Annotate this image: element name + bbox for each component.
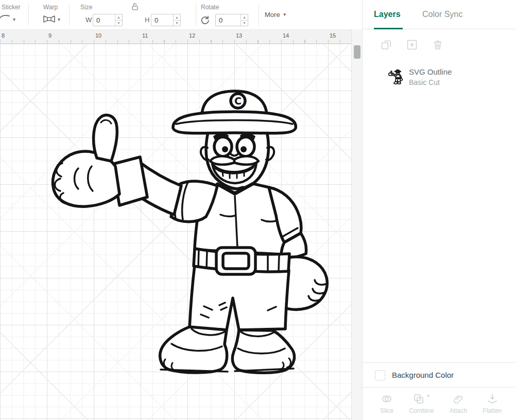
background-color-swatch[interactable] (375, 370, 385, 380)
height-input-box: ▲ ▼ (151, 14, 181, 26)
height-stepper[interactable]: ▲ ▼ (173, 14, 180, 26)
vertical-scrollbar[interactable] (351, 29, 362, 420)
design-canvas[interactable]: C (0, 44, 351, 420)
toolbar-divider (259, 3, 259, 26)
tab-color-sync[interactable]: Color Sync (422, 10, 462, 19)
toolbar-divider (196, 3, 196, 26)
caret-down-icon: ▼ (283, 12, 287, 17)
size-section-label: Size (80, 4, 92, 11)
duplicate-button[interactable] (406, 39, 418, 51)
scrollbar-thumb[interactable] (354, 45, 360, 59)
stepper-up-icon[interactable]: ▲ (115, 14, 122, 21)
warp-tool-button[interactable]: ▾ (42, 14, 60, 24)
ruler-tick-label: 13 (236, 32, 242, 39)
height-input[interactable] (151, 14, 173, 26)
more-button-label: More (265, 11, 280, 19)
sticker-icon (0, 14, 11, 24)
height-field-label: H (145, 16, 149, 24)
slice-button[interactable]: Slice (380, 393, 393, 420)
ruler-tick-label: 10 (95, 32, 101, 39)
top-toolbar: Sticker ▾ Warp ▾ Size W ▲ ▼ (0, 0, 362, 29)
width-field-label: W (85, 16, 92, 24)
warp-section-label: Warp (43, 4, 58, 11)
caret-down-icon: ▾ (13, 16, 15, 22)
hat-letter: C (234, 95, 242, 107)
rotate-input[interactable] (216, 14, 241, 26)
tab-layers[interactable]: Layers (374, 10, 401, 19)
ruler-tick-label: 8 (2, 32, 5, 39)
combine-label: Combine (409, 407, 434, 414)
attach-label: Attach (450, 407, 467, 414)
rotate-icon (200, 15, 210, 25)
group-icon (380, 39, 392, 51)
layer-thumbnail (388, 69, 403, 84)
rotate-stepper[interactable]: ▲ ▼ (241, 14, 248, 26)
rotate-tool-button[interactable] (200, 15, 210, 25)
attach-icon (452, 393, 465, 405)
stepper-up-icon[interactable]: ▲ (174, 14, 180, 21)
canvas-object-mascot[interactable]: C (46, 85, 335, 383)
stepper-down-icon[interactable]: ▼ (115, 21, 122, 26)
flatten-button[interactable]: Flatten (483, 393, 502, 420)
slice-label: Slice (380, 407, 393, 414)
toolbar-divider (28, 3, 29, 26)
active-tab-underline (374, 28, 403, 29)
stepper-up-icon[interactable]: ▲ (241, 14, 248, 21)
ruler-tick-marks (0, 40, 351, 43)
more-button[interactable]: More ▼ (265, 11, 287, 19)
ruler-tick-label: 9 (48, 32, 52, 39)
layers-panel: Layers Color Sync (362, 0, 515, 420)
panel-spacer (363, 92, 515, 362)
rotate-input-box: ▲ ▼ (215, 14, 248, 26)
flatten-label: Flatten (483, 407, 502, 414)
ruler-tick-label: 15 (330, 32, 336, 39)
stepper-down-icon[interactable]: ▼ (241, 21, 248, 26)
flatten-icon (486, 393, 499, 405)
trash-icon (432, 39, 444, 51)
unlock-icon (131, 3, 139, 11)
combine-icon (413, 393, 425, 405)
layer-tools-row (363, 29, 515, 58)
caret-down-icon: ▼ (426, 394, 430, 398)
layer-item[interactable]: SVG Outline Basic Cut (363, 58, 515, 92)
delete-button[interactable] (432, 39, 444, 51)
combine-button[interactable]: ▼ Combine (409, 393, 434, 420)
ruler-tick-label: 11 (142, 32, 148, 39)
background-color-label: Background Color (392, 371, 454, 379)
panel-actions-bar: Slice ▼ Combine Attach (363, 387, 515, 420)
horizontal-ruler: 8 9 10 11 12 13 14 15 (0, 29, 351, 44)
stepper-down-icon[interactable]: ▼ (174, 21, 180, 26)
toolbar-divider (69, 3, 70, 26)
width-input-box: ▲ ▼ (93, 14, 123, 26)
ruler-tick-label: 12 (189, 32, 195, 39)
width-stepper[interactable]: ▲ ▼ (115, 14, 122, 26)
aspect-lock-button[interactable] (131, 3, 139, 11)
layer-subtitle: Basic Cut (409, 78, 452, 86)
group-button[interactable] (380, 39, 392, 51)
caret-down-icon: ▾ (58, 16, 60, 22)
sticker-section-label: Sticker (2, 4, 21, 11)
panel-header: Layers Color Sync (363, 0, 515, 29)
width-input[interactable] (93, 14, 115, 26)
attach-button[interactable]: Attach (450, 393, 467, 420)
ruler-tick-label: 14 (283, 32, 289, 39)
layer-texts: SVG Outline Basic Cut (409, 67, 452, 86)
background-color-row[interactable]: Background Color (363, 362, 515, 387)
sticker-tool-button[interactable]: ▾ (0, 14, 15, 24)
slice-icon (381, 393, 393, 405)
design-app-window: Sticker ▾ Warp ▾ Size W ▲ ▼ (0, 0, 515, 420)
rotate-section-label: Rotate (201, 4, 219, 11)
add-square-icon (406, 39, 418, 51)
warp-icon (42, 14, 56, 24)
layer-title: SVG Outline (409, 67, 452, 76)
